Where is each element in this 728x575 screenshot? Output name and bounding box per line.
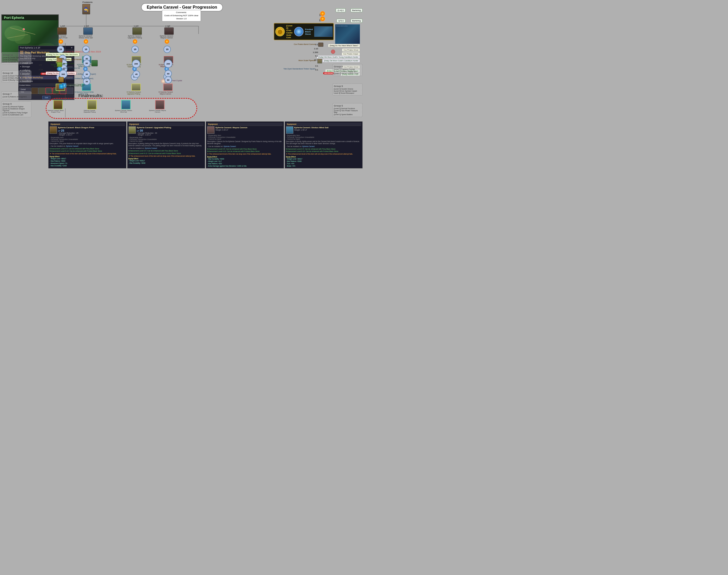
group-9-label: Group 9 <box>3 103 30 105</box>
panel-4: Equipment Epheria Caravel: Stratus Wind … <box>285 122 363 168</box>
g5-item1: [Level 4] Scarlet Onions <box>334 88 361 90</box>
workshop-location: Port Epheria 1-4 2F <box>20 46 40 49</box>
panel-4-warning: ✦ The enhancement level of this item wil… <box>286 153 362 155</box>
sail-icon-1: Epheria Caravel: Stratus Wind Sail <box>81 27 95 39</box>
panel-1-dmg: - Damage Reduction : 25 <box>58 132 94 134</box>
prow-icon-1: Epheria Caravel: Black Dragon Prow <box>55 27 69 39</box>
level-15-cannon: 15 <box>164 46 171 53</box>
raft-material-icon <box>92 60 98 66</box>
workshop-close-icon[interactable]: ✕ <box>71 46 73 49</box>
gold-coin-name: [Level 2] Cron Castle Gold Coin <box>286 25 293 39</box>
moon-scale-icon <box>318 59 322 63</box>
cox-artifact-quest: Cox Pirates Artifact (Fakey Expert) <box>65 77 93 79</box>
ratio-3-1: 3:1 <box>315 43 318 46</box>
g10-item3: [Level 4] Bushy Cannibalism <box>3 79 30 81</box>
group-11-box: Group 11 [Level 6] Ocean Sail Lamp [Leve… <box>1 52 31 64</box>
info-panels-container: Equipment Epheria Caravel: Black Dragon … <box>48 122 363 168</box>
panel-4-install: - Can be installed on: Epheria Caravel <box>286 145 362 147</box>
panel-2-icon <box>129 126 136 134</box>
panel-2-title: Epheria Caravel: Upgraded Plating <box>137 126 171 129</box>
ratio-5-1: 5:1 <box>315 55 318 57</box>
group-7-box: Group 7 [Level 4] Rations of Fragment <box>1 91 31 99</box>
barter-box-1: (1-4):1 <box>336 8 345 12</box>
level-15-prow: 15 <box>57 46 64 53</box>
g6-item3: [Level 7] Waved Leather Coral <box>334 73 361 74</box>
panel-1-install: - Can be installed on: Epheria Caravel <box>49 145 125 147</box>
panel-3-traits: - Repairable Item - Personal Transaction… <box>207 134 283 140</box>
contact-menu[interactable]: Contact Menu <box>19 84 31 86</box>
fiery-stone-icon-1 <box>320 11 325 16</box>
gold-coin-icon: ⬤ <box>275 27 285 36</box>
group-10-label: Group 10 <box>3 72 30 74</box>
gold-panel: ⬤ [Level 2] Cron Castle Gold Coin Froste… <box>274 23 334 40</box>
panel-1-enhance-2: Enhancement Level 6-10: Can be enhanced … <box>49 150 125 152</box>
mult-3: x mil <box>134 25 138 27</box>
panel-1-effects: - Weight Limit +300LT - Max Rations +500… <box>49 158 125 167</box>
ratio-1-5: 1:5 <box>39 64 42 66</box>
group-9-right-label: Group 9 <box>334 85 361 88</box>
g5-r-item2: [Level 3] Tom Pirate Treasure Map <box>334 110 361 113</box>
barter-label-2: Bartering <box>351 19 363 23</box>
cox-barrel-cannon: Cox Pirates Barrel Cannon <box>294 43 316 45</box>
panel-2-dmg: - Damage Reduction : 30 <box>137 132 171 134</box>
panel-4-icon <box>286 126 293 134</box>
luminous-cobalt-icon-bottom <box>59 84 64 89</box>
g5-r-item3: [Level 3] Speed Battles <box>334 113 361 115</box>
panel-1: Equipment Epheria Caravel: Black Dragon … <box>48 122 126 168</box>
panel-2-traits: - Repairable Item - Personal Transaction… <box>129 137 204 142</box>
level-15-plating: 15 <box>131 46 139 53</box>
panel-2-category: Equipment <box>129 123 204 126</box>
panel-3-enhance-2: Enhancement Level 6-10: Can be enhanced … <box>207 150 283 153</box>
fiery-stone-plating <box>133 39 137 44</box>
g8-item1: [Level 4] Rations of Fragment <box>3 96 30 98</box>
group-5-label: Group 5 <box>334 104 361 107</box>
sail-button[interactable]: Sail <box>42 96 51 99</box>
num-200-cannon: 200 <box>164 60 172 68</box>
fiery-stone-prow <box>59 39 63 44</box>
panel-4-equip: Equip Effect <box>286 156 362 158</box>
frosted-stone-icon <box>294 27 303 36</box>
g10-item2: [Level 4] Mairu Mighty Shoe <box>3 77 30 79</box>
cox-cannon-icon <box>318 42 323 47</box>
comments-box: Comments: Costs of Enhancing NOT 100% cl… <box>162 10 201 22</box>
group-9-box-left: Group 9 [Level 8] Lifewood Fighter [Leve… <box>1 101 31 117</box>
bamboo-drift-label: Bamboo Drift <box>63 63 74 65</box>
fiery-stone-sail <box>84 39 88 44</box>
panel-1-weight: - Weight : 2.50 LT <box>58 134 94 136</box>
g9-item4: [Level 4] Sublimated Lam <box>3 114 30 116</box>
g9-item3: [Level 4] Rations Fishy Dodger <box>3 112 30 113</box>
mult-1: x mil <box>60 25 65 27</box>
plug-handle-label: Plug Magnesia Handle <box>63 59 81 60</box>
panel-2-equip: Equip Effect <box>129 158 204 160</box>
panel-3-weight: Weight: 3.00 LT <box>216 129 247 131</box>
ship-pearl-label: Ship Pearl Stone Ink <box>63 67 80 69</box>
ws-item-2[interactable] <box>38 88 45 94</box>
plating-top: +0 Epheria Caravel Upgraded Plating <box>129 83 143 95</box>
panel-1-dp: 25 <box>61 129 64 132</box>
fiery-stone-cannon <box>165 39 169 44</box>
g9-item2: [Level 4] Heatblock Dragon Figurine <box>3 108 30 111</box>
cox-pirates-ghost-icon <box>331 49 335 54</box>
bamboo-drift-icon <box>57 62 62 67</box>
g10-item1: [Level 4] Dozer Path Slayer <box>3 75 30 77</box>
g5-item3: Level 3] Scout Dinosaurs <box>334 92 361 94</box>
cannon-icon-1: Epheria Caravel: Mayna Cannon <box>162 27 176 39</box>
panel-3-enhance-1: Enhancement Level 0-5: Can be enhanced w… <box>207 148 283 150</box>
group-6-box: Group 6 [Level 7] Captains Fishfall [Lev… <box>333 64 363 76</box>
g11-item2: [Level 4] Preirona <box>3 59 30 61</box>
panel-1-desc: Description: This prow features an exqui… <box>49 143 125 145</box>
panel-1-enhance-1: Enhancement Level 0-5: Can be enhanced w… <box>49 147 125 150</box>
ratio-1-1-left-2: 1:1 <box>39 78 42 81</box>
panel-4-category: Equipment <box>286 123 362 126</box>
cox-artifact-icon <box>59 77 64 82</box>
group-6-label: Group 6 <box>334 65 361 68</box>
group-9-box-right: Group 9 [Level 4] Scarlet Onions [Level … <box>333 83 363 96</box>
panel-1-title: Epheria Caravel: Black Dragon Prow <box>58 126 94 129</box>
panel-2-desc: Description: A plating stating that prot… <box>129 143 204 147</box>
panel-2-install: - Can be installed on: Epheria Caravel <box>129 147 204 149</box>
panel-2-warning: ✦ The enhancement level of this item wil… <box>129 155 204 157</box>
panel-3: Equipment Epheria Caravel: Mayna Cannon … <box>206 122 284 168</box>
barter-label-1: Bartering <box>351 8 363 12</box>
ws-item-1[interactable] <box>31 88 38 94</box>
daily-quest-box-1: [Daily] Do You Have What it Takes? <box>328 44 360 47</box>
